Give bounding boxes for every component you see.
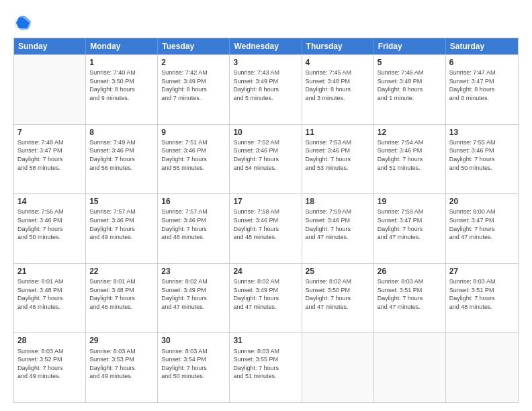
cell-info: Sunrise: 7:42 AM Sunset: 3:49 PM Dayligh… xyxy=(161,68,226,102)
header xyxy=(13,11,519,32)
calendar-cell: 2Sunrise: 7:42 AM Sunset: 3:49 PM Daylig… xyxy=(158,55,230,124)
day-number: 7 xyxy=(17,127,82,138)
day-number: 3 xyxy=(233,57,298,68)
calendar-cell: 29Sunrise: 8:03 AM Sunset: 3:53 PM Dayli… xyxy=(86,333,158,402)
cell-info: Sunrise: 7:52 AM Sunset: 3:46 PM Dayligh… xyxy=(233,138,298,172)
calendar-week: 21Sunrise: 8:01 AM Sunset: 3:48 PM Dayli… xyxy=(14,263,518,333)
cell-info: Sunrise: 8:03 AM Sunset: 3:53 PM Dayligh… xyxy=(89,347,154,381)
cell-info: Sunrise: 7:51 AM Sunset: 3:46 PM Dayligh… xyxy=(161,138,226,172)
calendar-header-cell: Monday xyxy=(86,38,158,54)
calendar-cell: 11Sunrise: 7:53 AM Sunset: 3:46 PM Dayli… xyxy=(302,125,374,194)
calendar-cell: 22Sunrise: 8:01 AM Sunset: 3:48 PM Dayli… xyxy=(86,264,158,333)
calendar-cell: 23Sunrise: 8:02 AM Sunset: 3:49 PM Dayli… xyxy=(158,264,230,333)
cell-info: Sunrise: 7:46 AM Sunset: 3:48 PM Dayligh… xyxy=(378,68,442,102)
day-number: 6 xyxy=(449,57,515,68)
day-number: 18 xyxy=(306,196,370,207)
day-number: 30 xyxy=(161,335,226,346)
cell-info: Sunrise: 7:40 AM Sunset: 3:50 PM Dayligh… xyxy=(89,68,154,102)
day-number: 27 xyxy=(449,266,515,277)
calendar-cell: 19Sunrise: 7:59 AM Sunset: 3:47 PM Dayli… xyxy=(374,194,446,263)
calendar-cell: 7Sunrise: 7:48 AM Sunset: 3:47 PM Daylig… xyxy=(14,125,86,194)
cell-info: Sunrise: 7:56 AM Sunset: 3:46 PM Dayligh… xyxy=(17,208,82,241)
day-number: 22 xyxy=(89,266,154,277)
cell-info: Sunrise: 7:48 AM Sunset: 3:47 PM Dayligh… xyxy=(17,138,82,172)
cell-info: Sunrise: 7:57 AM Sunset: 3:46 PM Dayligh… xyxy=(161,208,226,241)
cell-info: Sunrise: 7:43 AM Sunset: 3:49 PM Dayligh… xyxy=(233,68,298,102)
day-number: 11 xyxy=(306,127,370,138)
day-number: 24 xyxy=(233,266,298,277)
calendar-header-cell: Sunday xyxy=(14,38,86,54)
calendar: SundayMondayTuesdayWednesdayThursdayFrid… xyxy=(13,38,519,403)
day-number: 4 xyxy=(306,57,370,68)
calendar-cell xyxy=(14,55,86,124)
day-number: 12 xyxy=(378,127,442,138)
cell-info: Sunrise: 7:55 AM Sunset: 3:46 PM Dayligh… xyxy=(449,138,515,172)
calendar-cell: 21Sunrise: 8:01 AM Sunset: 3:48 PM Dayli… xyxy=(14,264,86,333)
calendar-header-cell: Friday xyxy=(374,38,446,54)
calendar-cell: 14Sunrise: 7:56 AM Sunset: 3:46 PM Dayli… xyxy=(14,194,86,263)
day-number: 1 xyxy=(89,57,154,68)
calendar-header-cell: Wednesday xyxy=(230,38,302,54)
cell-info: Sunrise: 8:01 AM Sunset: 3:48 PM Dayligh… xyxy=(17,277,82,311)
calendar-week: 28Sunrise: 8:03 AM Sunset: 3:52 PM Dayli… xyxy=(14,332,518,402)
day-number: 23 xyxy=(161,266,226,277)
day-number: 17 xyxy=(233,196,298,207)
day-number: 26 xyxy=(378,266,442,277)
day-number: 28 xyxy=(17,335,82,346)
calendar-week: 7Sunrise: 7:48 AM Sunset: 3:47 PM Daylig… xyxy=(14,124,518,194)
cell-info: Sunrise: 8:03 AM Sunset: 3:55 PM Dayligh… xyxy=(233,347,298,381)
cell-info: Sunrise: 8:02 AM Sunset: 3:49 PM Dayligh… xyxy=(161,277,226,311)
day-number: 31 xyxy=(233,335,298,346)
calendar-cell: 31Sunrise: 8:03 AM Sunset: 3:55 PM Dayli… xyxy=(230,333,302,402)
cell-info: Sunrise: 8:02 AM Sunset: 3:49 PM Dayligh… xyxy=(233,277,298,311)
calendar-cell: 15Sunrise: 7:57 AM Sunset: 3:46 PM Dayli… xyxy=(86,194,158,263)
day-number: 19 xyxy=(378,196,442,207)
cell-info: Sunrise: 7:59 AM Sunset: 3:47 PM Dayligh… xyxy=(378,208,442,241)
calendar-cell xyxy=(302,333,374,402)
day-number: 13 xyxy=(449,127,515,138)
cell-info: Sunrise: 7:53 AM Sunset: 3:46 PM Dayligh… xyxy=(306,138,370,172)
calendar-cell: 20Sunrise: 8:00 AM Sunset: 3:47 PM Dayli… xyxy=(446,194,518,263)
calendar-cell: 8Sunrise: 7:49 AM Sunset: 3:46 PM Daylig… xyxy=(86,125,158,194)
cell-info: Sunrise: 7:59 AM Sunset: 3:46 PM Dayligh… xyxy=(306,208,370,241)
day-number: 21 xyxy=(17,266,82,277)
cell-info: Sunrise: 7:47 AM Sunset: 3:47 PM Dayligh… xyxy=(449,68,515,102)
calendar-cell: 27Sunrise: 8:03 AM Sunset: 3:51 PM Dayli… xyxy=(446,264,518,333)
cell-info: Sunrise: 7:49 AM Sunset: 3:46 PM Dayligh… xyxy=(89,138,154,172)
cell-info: Sunrise: 7:54 AM Sunset: 3:46 PM Dayligh… xyxy=(378,138,442,172)
day-number: 14 xyxy=(17,196,82,207)
cell-info: Sunrise: 7:45 AM Sunset: 3:48 PM Dayligh… xyxy=(306,68,370,102)
calendar-cell: 4Sunrise: 7:45 AM Sunset: 3:48 PM Daylig… xyxy=(302,55,374,124)
day-number: 2 xyxy=(161,57,226,68)
calendar-cell: 16Sunrise: 7:57 AM Sunset: 3:46 PM Dayli… xyxy=(158,194,230,263)
day-number: 20 xyxy=(449,196,515,207)
calendar-header-cell: Thursday xyxy=(302,38,374,54)
day-number: 9 xyxy=(161,127,226,138)
cell-info: Sunrise: 8:00 AM Sunset: 3:47 PM Dayligh… xyxy=(449,208,515,241)
day-number: 10 xyxy=(233,127,298,138)
calendar-header-row: SundayMondayTuesdayWednesdayThursdayFrid… xyxy=(14,38,518,54)
cell-info: Sunrise: 7:57 AM Sunset: 3:46 PM Dayligh… xyxy=(89,208,154,241)
calendar-cell: 25Sunrise: 8:02 AM Sunset: 3:50 PM Dayli… xyxy=(302,264,374,333)
calendar-cell: 1Sunrise: 7:40 AM Sunset: 3:50 PM Daylig… xyxy=(86,55,158,124)
day-number: 16 xyxy=(161,196,226,207)
calendar-cell: 9Sunrise: 7:51 AM Sunset: 3:46 PM Daylig… xyxy=(158,125,230,194)
day-number: 25 xyxy=(306,266,370,277)
calendar-body: 1Sunrise: 7:40 AM Sunset: 3:50 PM Daylig… xyxy=(14,54,518,402)
page: SundayMondayTuesdayWednesdayThursdayFrid… xyxy=(0,0,532,411)
calendar-cell: 26Sunrise: 8:03 AM Sunset: 3:51 PM Dayli… xyxy=(374,264,446,333)
cell-info: Sunrise: 7:58 AM Sunset: 3:46 PM Dayligh… xyxy=(233,208,298,241)
cell-info: Sunrise: 8:02 AM Sunset: 3:50 PM Dayligh… xyxy=(306,277,370,311)
calendar-cell xyxy=(446,333,518,402)
calendar-cell: 3Sunrise: 7:43 AM Sunset: 3:49 PM Daylig… xyxy=(230,55,302,124)
calendar-cell xyxy=(374,333,446,402)
calendar-cell: 30Sunrise: 8:03 AM Sunset: 3:54 PM Dayli… xyxy=(158,333,230,402)
cell-info: Sunrise: 8:01 AM Sunset: 3:48 PM Dayligh… xyxy=(89,277,154,311)
day-number: 15 xyxy=(89,196,154,207)
day-number: 8 xyxy=(89,127,154,138)
calendar-cell: 12Sunrise: 7:54 AM Sunset: 3:46 PM Dayli… xyxy=(374,125,446,194)
logo-icon xyxy=(13,13,32,32)
calendar-cell: 24Sunrise: 8:02 AM Sunset: 3:49 PM Dayli… xyxy=(230,264,302,333)
cell-info: Sunrise: 8:03 AM Sunset: 3:51 PM Dayligh… xyxy=(378,277,442,311)
calendar-cell: 13Sunrise: 7:55 AM Sunset: 3:46 PM Dayli… xyxy=(446,125,518,194)
